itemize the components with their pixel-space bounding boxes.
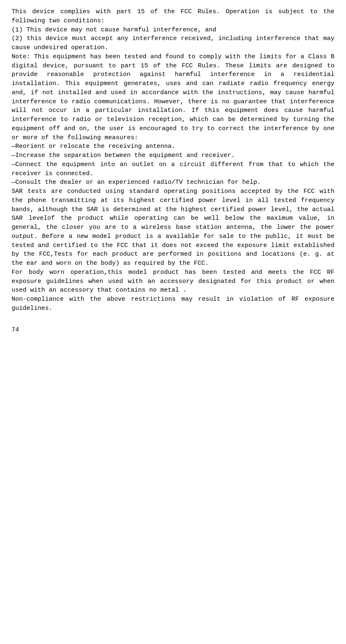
intro-paragraph: This device complies with part 15 of the… (12, 7, 334, 26)
bullet-2: —Increase the separation between the equ… (12, 151, 334, 160)
page-content: This device complies with part 15 of the… (12, 7, 334, 334)
page-number: 74 (12, 326, 334, 335)
body-worn-paragraph: For body worn operation,this model produ… (12, 268, 334, 295)
condition-2: (2) this device must accept any interfer… (12, 34, 334, 52)
non-compliance-paragraph: Non-compliance with the above restrictio… (12, 295, 334, 313)
condition-1: (1) This device may not cause harmful in… (12, 26, 334, 35)
sar-paragraph: SAR tests are conducted using standard o… (12, 187, 334, 268)
bullet-1: —Reorient or relocate the receiving ante… (12, 142, 334, 151)
bullet-4: —Consult the dealer or an experienced ra… (12, 178, 334, 187)
note-paragraph: Note: This equipment has been tested and… (12, 52, 334, 143)
bullet-3: —Connect the equipment into an outlet on… (12, 160, 334, 178)
